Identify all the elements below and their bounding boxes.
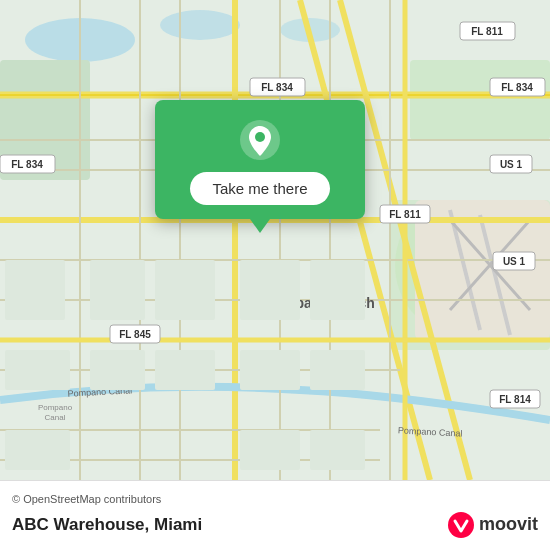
svg-text:FL 811: FL 811 [389, 209, 421, 220]
svg-text:FL 814: FL 814 [499, 394, 531, 405]
take-me-there-button[interactable]: Take me there [190, 172, 329, 205]
fl811-top-label: FL 811 [471, 26, 503, 37]
svg-text:US 1: US 1 [503, 256, 526, 267]
map: FL 811 FL 834 FL 834 FL 834 US 1 FL 811 … [0, 0, 550, 480]
svg-text:Canal: Canal [45, 413, 66, 422]
svg-rect-62 [310, 260, 365, 320]
svg-rect-63 [310, 350, 365, 390]
svg-point-2 [160, 10, 240, 40]
svg-rect-59 [155, 350, 215, 390]
svg-text:FL 845: FL 845 [119, 329, 151, 340]
svg-rect-6 [410, 60, 550, 140]
svg-rect-55 [5, 430, 70, 470]
bottom-bar: © OpenStreetMap contributors ABC Warehou… [0, 480, 550, 550]
fl834-top-label: FL 834 [261, 82, 293, 93]
place-title: ABC Warehouse, Miami [12, 515, 202, 535]
svg-rect-65 [310, 430, 365, 470]
svg-point-72 [448, 512, 474, 538]
moovit-text: moovit [479, 514, 538, 535]
svg-rect-56 [90, 260, 145, 320]
svg-text:Pompano: Pompano [38, 403, 73, 412]
svg-rect-64 [240, 430, 300, 470]
svg-point-71 [255, 132, 265, 142]
popup-card: Take me there [155, 100, 365, 219]
svg-text:US 1: US 1 [500, 159, 523, 170]
svg-text:FL 834: FL 834 [501, 82, 533, 93]
osm-attribution: © OpenStreetMap contributors [12, 493, 538, 505]
svg-rect-61 [240, 350, 300, 390]
svg-rect-60 [240, 260, 300, 320]
svg-rect-58 [155, 260, 215, 320]
svg-rect-54 [5, 350, 70, 390]
moovit-icon [447, 511, 475, 539]
svg-rect-53 [5, 260, 65, 320]
location-pin-icon [238, 118, 282, 162]
moovit-logo: moovit [447, 511, 538, 539]
svg-rect-57 [90, 350, 145, 390]
svg-text:FL 834: FL 834 [11, 159, 43, 170]
